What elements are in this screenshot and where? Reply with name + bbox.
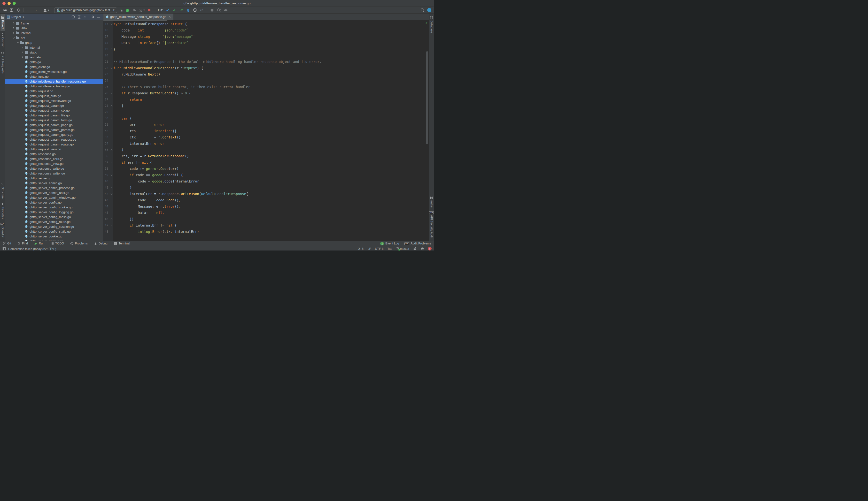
tree-file-row[interactable]: ghttp_response.go — [5, 151, 103, 156]
line-number[interactable]: 35 — [103, 148, 110, 151]
window-toggle-icon[interactable] — [2, 247, 6, 250]
tree-file-row[interactable]: ghttp_server_config_route.go — [5, 219, 103, 224]
tree-folder-row[interactable]: frame — [5, 21, 103, 26]
chevron-right-icon[interactable] — [12, 22, 15, 25]
forward-button[interactable]: → — [33, 8, 39, 13]
tree-file-row[interactable]: ghttp_client_websocket.go — [5, 69, 103, 74]
tree-file-row[interactable]: ghttp_request_param_param.go — [5, 127, 103, 132]
stripe-button-structure[interactable]: Structure — [0, 181, 5, 201]
tree-file-row[interactable]: ghttp_server_admin_windows.go — [5, 195, 103, 200]
tree-file-row[interactable]: ghttp_server_admin_process.go — [5, 185, 103, 190]
stripe-button-database[interactable]: Database — [429, 14, 434, 35]
tree-file-row[interactable]: ghttp_server_config_logging.go — [5, 210, 103, 214]
tree-folder-row[interactable]: internal — [5, 31, 103, 35]
tree-file-row[interactable]: ghttp_server_config.go — [5, 200, 103, 205]
fold-up-icon[interactable] — [110, 149, 113, 151]
tree-file-row[interactable]: ghttp_server_domain.go — [5, 239, 103, 241]
line-number[interactable]: 46 — [103, 217, 110, 221]
horizontal-scrollbar[interactable] — [103, 20, 167, 21]
line-number[interactable]: 20 — [103, 54, 110, 57]
tree-folder-row[interactable]: testdata — [5, 55, 103, 60]
line-number[interactable]: 19 — [103, 47, 110, 51]
tree-file-row[interactable]: ghttp_response_writer.go — [5, 171, 103, 176]
line-number[interactable]: 40 — [103, 180, 110, 183]
run-configuration-select[interactable]: go build github.com/gogf/gf/v2/.test ▼ — [54, 8, 117, 13]
line-separator[interactable]: LF — [368, 247, 371, 250]
stripe-button-favorites[interactable]: Favorites — [0, 201, 5, 221]
search-history-button[interactable] — [216, 8, 222, 13]
line-number[interactable]: 21 — [103, 60, 110, 63]
line-number[interactable]: 26 — [103, 92, 110, 95]
stripe-button-commit[interactable]: Commit — [0, 31, 5, 49]
tree-file-row[interactable]: ghttp_request_param.go — [5, 103, 103, 108]
toolwindow-button-debug[interactable]: Debug — [94, 242, 107, 245]
tree-file-row[interactable]: ghttp_server.go — [5, 176, 103, 181]
fold-down-icon[interactable] — [110, 23, 113, 25]
line-number[interactable]: 18 — [103, 41, 110, 44]
line-number[interactable]: 15 — [103, 22, 110, 26]
tree-file-row[interactable]: ghttp_client.go — [5, 64, 103, 69]
tree-file-row[interactable]: ghttp_server_cookie.go — [5, 234, 103, 239]
settings-sync-icon[interactable] — [420, 247, 424, 250]
tree-file-row[interactable]: ghttp_request_param_router.go — [5, 142, 103, 147]
chevron-right-icon[interactable] — [12, 32, 15, 34]
caret-position[interactable]: 2:3 — [358, 247, 364, 250]
chevron-down-icon[interactable] — [16, 41, 20, 44]
fold-down-icon[interactable] — [110, 161, 113, 164]
fold-down-icon[interactable] — [110, 67, 113, 70]
line-number[interactable]: 36 — [103, 154, 110, 158]
toolwindow-button-git[interactable]: Git — [3, 242, 11, 245]
line-number[interactable]: 47 — [103, 224, 110, 227]
run-with-coverage-button[interactable] — [132, 8, 137, 13]
chevron-down-icon[interactable] — [12, 36, 15, 39]
fold-down-icon[interactable] — [110, 92, 113, 95]
chevron-right-icon[interactable] — [20, 51, 24, 54]
debug-button[interactable] — [125, 8, 130, 13]
line-number[interactable]: 30 — [103, 117, 110, 120]
tree-file-row[interactable]: ghttp.go — [5, 60, 103, 64]
close-icon[interactable]: ✕ — [168, 15, 171, 19]
tree-file-row[interactable]: ghttp_server_admin.go — [5, 181, 103, 185]
fold-up-icon[interactable] — [110, 218, 113, 221]
chevron-right-icon[interactable] — [12, 27, 15, 30]
line-number[interactable]: 38 — [103, 167, 110, 170]
tree-folder-row[interactable]: static — [5, 50, 103, 55]
fold-down-icon[interactable] — [110, 224, 113, 227]
expand-all-button[interactable] — [76, 14, 82, 20]
tree-file-row[interactable]: ghttp_middleware_tracing.go — [5, 84, 103, 88]
ide-update-button[interactable]: ↑ — [426, 8, 432, 13]
stripe-button-api-security-audit[interactable]: /APIAPI Security Audit — [429, 209, 434, 240]
git-commit-button[interactable]: ✓ — [172, 8, 178, 13]
tree-file-row[interactable]: ghttp_request_param_form.go — [5, 118, 103, 122]
toolwindow-button-run[interactable]: Run — [34, 242, 44, 245]
tree-file-row[interactable]: ghttp_request_param_query.go — [5, 132, 103, 137]
fatal-error-badge[interactable]: ! — [428, 247, 431, 250]
tree-file-row[interactable]: ghttp_request_param_file.go — [5, 113, 103, 118]
line-number[interactable]: 22 — [103, 66, 110, 70]
fold-up-icon[interactable] — [110, 48, 113, 51]
tree-file-row[interactable]: ghttp_request.go — [5, 88, 103, 94]
rollback-button[interactable]: ↩ — [199, 8, 205, 13]
line-number[interactable]: 34 — [103, 142, 110, 145]
line-number[interactable]: 33 — [103, 136, 110, 139]
profile-button[interactable]: ▼ — [43, 8, 50, 13]
file-encoding[interactable]: UTF-8 — [375, 247, 383, 250]
code-editor[interactable]: 15type DefaultHandlerResponse struct {16… — [103, 20, 429, 241]
tree-file-row[interactable]: ghttp_request_param_ctx.go — [5, 108, 103, 113]
line-number[interactable]: 27 — [103, 98, 110, 101]
chevron-right-icon[interactable] — [20, 56, 24, 58]
tree-file-row[interactable]: ghttp_server_config_session.go — [5, 224, 103, 229]
line-number[interactable]: 31 — [103, 123, 110, 126]
git-update-button[interactable]: ↙ — [165, 8, 171, 13]
stop-button[interactable] — [146, 8, 152, 13]
line-number[interactable]: 37 — [103, 161, 110, 164]
editor-area[interactable]: ghttp_middleware_handler_response.go ✕ 1… — [103, 13, 429, 241]
tree-file-row[interactable]: ghttp_response_write.go — [5, 166, 103, 171]
stripe-button-openapi[interactable]: /APIOpenAPI — [0, 221, 5, 240]
line-number[interactable]: 16 — [103, 29, 110, 32]
line-number[interactable]: 45 — [103, 211, 110, 214]
hide-panel-button[interactable]: — — [96, 14, 102, 20]
sync-button[interactable] — [15, 8, 21, 13]
line-number[interactable]: 39 — [103, 173, 110, 177]
unlock-icon[interactable] — [413, 247, 416, 250]
